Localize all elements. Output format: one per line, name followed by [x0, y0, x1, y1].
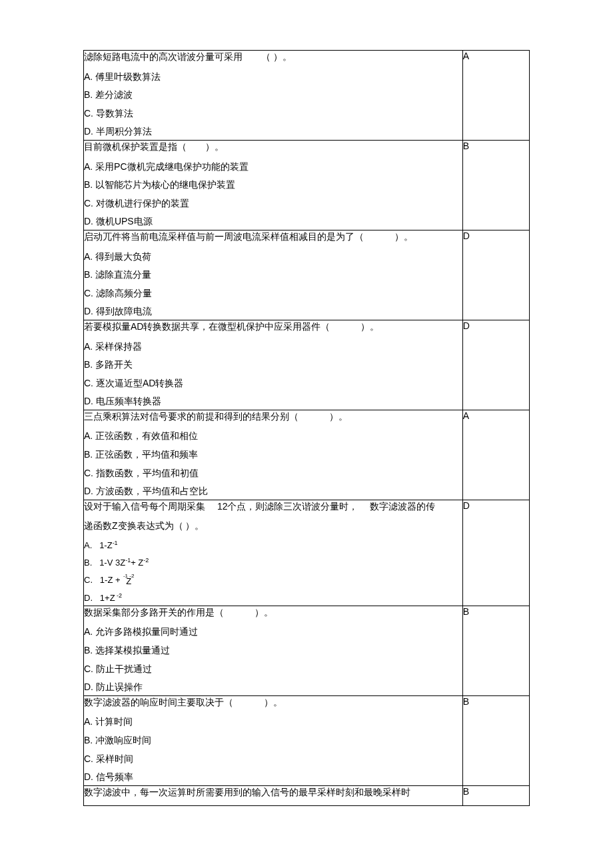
option-line: A. 得到最大负荷 — [84, 250, 462, 264]
exponent: -1 — [125, 557, 131, 564]
answer-cell: D — [462, 230, 529, 320]
option-line: A. 傅里叶级数算法 — [84, 71, 462, 84]
option-line: B. 冲激响应时间 — [84, 734, 462, 747]
answer-cell: D — [462, 500, 529, 606]
question-cell: 滤除短路电流中的高次谐波分量可采用 （ ）。A. 傅里叶级数算法B. 差分滤波C… — [84, 51, 463, 141]
option-line: B. 正弦函数，平均值和频率 — [84, 448, 462, 462]
question-cell: 数字滤波中，每一次运算时所需要用到的输入信号的最早采样时刻和最晚采样时 — [84, 785, 463, 806]
question-stem: 目前微机保护装置是指（ ）。 — [84, 141, 462, 154]
question-cell: 目前微机保护装置是指（ ）。A. 采用PC微机完成继电保护功能的装置B. 以智能… — [84, 140, 463, 230]
formula-option: D. 1+Z -2 — [84, 592, 462, 604]
answer-cell: A — [462, 410, 529, 500]
option-line: A. 计算时间 — [84, 715, 462, 729]
option-line: A. 采用PC微机完成继电保护功能的装置 — [84, 161, 462, 174]
question-cell: 启动兀件将当前电流采样值与前一周波电流采样值相减目的是为了（ ）。A. 得到最大… — [84, 230, 463, 320]
option-label: D. — [84, 593, 100, 603]
formula-option: C. 1-Z + -1 -2Z — [84, 574, 462, 586]
option-line: C. 导数算法 — [84, 107, 462, 121]
answer-cell: B — [462, 140, 529, 230]
option-line: A. 采样保持器 — [84, 340, 462, 354]
formula-expr: 1-V 3Z — [99, 558, 125, 568]
option-line: C. 指数函数，平均值和初值 — [84, 467, 462, 480]
option-line: D. 微机UPS电源 — [84, 215, 462, 228]
exponent: -1 — [113, 540, 118, 546]
option-label: C. 1-Z + — [84, 575, 123, 585]
table-row: 目前微机保护装置是指（ ）。A. 采用PC微机完成继电保护功能的装置B. 以智能… — [84, 140, 530, 230]
option-line: A. 允许多路模拟量同时通过 — [84, 626, 462, 639]
option-line: D. 得到故障电流 — [84, 305, 462, 318]
question-stem: 设对于输入信号每个周期采集 12个点，则滤除三次谐波分量时， 数字滤波器的传 — [84, 500, 462, 514]
option-line: D. 半周积分算法 — [84, 125, 462, 139]
table-row: 数据采集部分多路开关的作用是（ ）。A. 允许多路模拟量同时通过B. 选择某模拟… — [84, 606, 530, 695]
question-cell: 设对于输入信号每个周期采集 12个点，则滤除三次谐波分量时， 数字滤波器的传递函… — [84, 500, 463, 606]
question-cell: 数字滤波器的响应时间主要取决于（ ）。A. 计算时间B. 冲激响应时间C. 采样… — [84, 695, 463, 785]
option-line: C. 逐次逼近型AD转换器 — [84, 377, 462, 390]
question-stem-continued: 递函数Z变换表达式为（ ）。 — [84, 520, 462, 533]
question-stem: 若要模拟量AD转换数据共享，在微型机保护中应采用器件（ ）。 — [84, 320, 462, 334]
table-row: 滤除短路电流中的高次谐波分量可采用 （ ）。A. 傅里叶级数算法B. 差分滤波C… — [84, 51, 530, 141]
option-line: C. 采样时间 — [84, 753, 462, 766]
option-line: D. 电压频率转换器 — [84, 395, 462, 408]
option-label: B. — [84, 558, 99, 568]
option-line: D. 方波函数，平均值和占空比 — [84, 485, 462, 498]
option-line: B. 以智能芯片为核心的继电保护装置 — [84, 179, 462, 192]
table-row: 设对于输入信号每个周期采集 12个点，则滤除三次谐波分量时， 数字滤波器的传递函… — [84, 500, 530, 606]
formula-option: B. 1-V 3Z-1+ Z-2 — [84, 557, 462, 569]
question-stem: 数据采集部分多路开关的作用是（ ）。 — [84, 606, 462, 620]
answer-cell: D — [462, 320, 529, 410]
formula-option: A. 1-Z-1 — [84, 540, 462, 552]
option-line: B. 滤除直流分量 — [84, 268, 462, 282]
question-stem: 数字滤波中，每一次运算时所需要用到的输入信号的最早采样时刻和最晚采样时 — [84, 786, 462, 799]
option-line: A. 正弦函数，有效值和相位 — [84, 430, 462, 443]
question-stem: 启动兀件将当前电流采样值与前一周波电流采样值相减目的是为了（ ）。 — [84, 230, 462, 244]
formula-expr: 1+Z — [100, 593, 115, 603]
question-cell: 数据采集部分多路开关的作用是（ ）。A. 允许多路模拟量同时通过B. 选择某模拟… — [84, 606, 463, 695]
option-line: D. 信号频率 — [84, 771, 462, 784]
exponent: -2 — [115, 592, 123, 598]
question-stem: 滤除短路电流中的高次谐波分量可采用 （ ）。 — [84, 51, 462, 64]
exponent: -2 — [143, 557, 149, 564]
table-row: 若要模拟量AD转换数据共享，在微型机保护中应采用器件（ ）。A. 采样保持器B.… — [84, 320, 530, 410]
answer-cell: B — [462, 606, 529, 695]
answer-cell: A — [462, 51, 529, 141]
option-line: C. 滤除高频分量 — [84, 287, 462, 300]
table-row: 三点乘积算法对信号要求的前提和得到的结果分别（ ）。A. 正弦函数，有效值和相位… — [84, 410, 530, 500]
table-row: 启动兀件将当前电流采样值与前一周波电流采样值相减目的是为了（ ）。A. 得到最大… — [84, 230, 530, 320]
answer-cell: B — [462, 695, 529, 785]
option-label: A. — [84, 540, 99, 550]
option-line: D. 防止误操作 — [84, 681, 462, 694]
option-line: B. 差分滤波 — [84, 89, 462, 102]
stacked-exponent: -1 -2Z — [123, 574, 135, 584]
table-row: 数字滤波器的响应时间主要取决于（ ）。A. 计算时间B. 冲激响应时间C. 采样… — [84, 695, 530, 785]
question-table: 滤除短路电流中的高次谐波分量可采用 （ ）。A. 傅里叶级数算法B. 差分滤波C… — [83, 50, 530, 806]
question-cell: 若要模拟量AD转换数据共享，在微型机保护中应采用器件（ ）。A. 采样保持器B.… — [84, 320, 463, 410]
answer-cell: B — [462, 785, 529, 806]
question-stem: 数字滤波器的响应时间主要取决于（ ）。 — [84, 696, 462, 709]
question-cell: 三点乘积算法对信号要求的前提和得到的结果分别（ ）。A. 正弦函数，有效值和相位… — [84, 410, 463, 500]
formula-expr: 1-Z — [99, 540, 113, 550]
option-line: B. 多路开关 — [84, 358, 462, 372]
option-line: C. 对微机进行保护的装置 — [84, 197, 462, 211]
table-row: 数字滤波中，每一次运算时所需要用到的输入信号的最早采样时刻和最晚采样时B — [84, 785, 530, 806]
formula-extra: + Z — [131, 558, 143, 568]
option-line: C. 防止干扰通过 — [84, 663, 462, 676]
option-line: B. 选择某模拟量通过 — [84, 644, 462, 657]
question-stem: 三点乘积算法对信号要求的前提和得到的结果分别（ ）。 — [84, 410, 462, 424]
